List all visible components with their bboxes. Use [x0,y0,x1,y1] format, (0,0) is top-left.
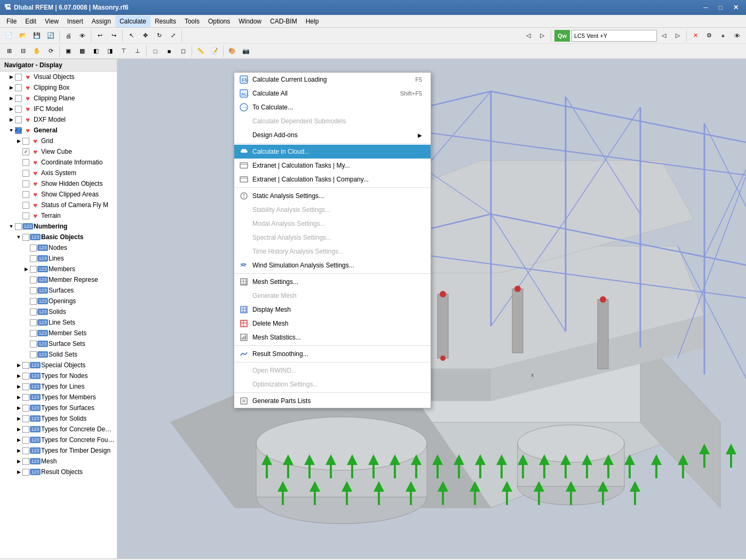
nav-check-members[interactable] [30,266,37,273]
dd-design-addons[interactable]: Design Add-ons ▶ [234,128,431,142]
nav-item-visual-objects[interactable]: ▶ ♥ Visual Objects [0,72,117,82]
nav-check-special-objects[interactable] [22,362,29,369]
tb-orbit[interactable]: ⟳ [44,45,57,58]
nav-item-mesh[interactable]: ▶ 123 Mesh [0,456,117,467]
menu-window[interactable]: Window [234,15,266,27]
nav-check-visual-objects[interactable] [15,74,22,81]
nav-expand-axis-system[interactable] [15,169,22,177]
nav-expand-view-cube[interactable] [15,148,22,155]
lc-value-dropdown[interactable]: LC5 Vent +Y [572,30,657,42]
nav-expand-dxf-model[interactable]: ▶ [7,116,15,123]
nav-item-ifc-model[interactable]: ▶ ♥ IFC Model [0,104,117,114]
menu-file[interactable]: File [2,15,21,27]
nav-item-general[interactable]: ▼ ✓ ♥ General [0,125,117,136]
nav-expand-surfaces[interactable] [22,287,30,294]
nav-check-ifc-model[interactable] [15,106,22,113]
nav-expand-show-hidden[interactable] [15,180,22,187]
tb-open[interactable]: 📂 [17,29,29,42]
nav-expand-terrain[interactable] [15,212,22,219]
nav-item-terrain[interactable]: ♥ Terrain [0,210,117,221]
menu-insert[interactable]: Insert [63,15,88,27]
nav-expand-solids[interactable] [22,308,30,316]
menu-cadbim[interactable]: CAD-BIM [266,15,301,27]
tb-eye2[interactable]: 👁 [731,29,743,42]
nav-expand-nodes[interactable] [22,244,30,251]
dd-calc-cloud[interactable]: Calculate in Cloud... [234,145,431,159]
dd-result-smoothing[interactable]: Result Smoothing... [234,347,431,361]
nav-expand-result-objects[interactable]: ▶ [15,468,22,476]
nav-expand-member-sets[interactable] [22,329,30,337]
nav-item-types-solids[interactable]: ▶ 123 Types for Solids [0,413,117,424]
close-button[interactable]: ✕ [730,4,742,11]
tb-solid[interactable]: ■ [163,45,176,58]
nav-item-dxf-model[interactable]: ▶ ♥ DXF Model [0,114,117,125]
nav-check-show-hidden[interactable] [22,180,29,187]
nav-check-dxf-model[interactable] [15,116,22,123]
menu-options[interactable]: Options [204,15,234,27]
minimize-button[interactable]: ─ [700,4,711,11]
nav-check-clipping-plane[interactable] [15,95,22,102]
nav-check-openings[interactable] [30,298,37,305]
tb-settings2[interactable]: ⚙ [703,29,716,42]
tb-measure[interactable]: 📏 [194,45,207,58]
dd-extranet-my[interactable]: Extranet | Calculation Tasks | My... [234,159,431,172]
tb-lc-next[interactable]: ▷ [671,29,684,42]
nav-item-line-sets[interactable]: 123 Line Sets [0,317,117,328]
nav-check-types-members[interactable] [22,394,29,401]
nav-check-view-cube[interactable]: ✓ [22,148,29,155]
nav-check-grid[interactable] [22,138,29,145]
tb-render[interactable]: 🎨 [226,45,239,58]
nav-check-mesh[interactable] [22,458,29,465]
nav-item-types-members[interactable]: ▶ 123 Types for Members [0,392,117,403]
nav-item-types-nodes[interactable]: ▶ 123 Types for Nodes [0,370,117,381]
nav-check-surfaces[interactable] [30,287,37,294]
tb-zoom-in[interactable]: + [717,29,729,42]
nav-check-show-clipped[interactable] [22,191,29,198]
nav-item-camera-status[interactable]: ♥ Status of Camera Fly M [0,200,117,210]
dd-static-analysis[interactable]: Static Analysis Settings... [234,189,431,203]
tb-wireframe[interactable]: □ [149,45,162,58]
tb-right[interactable]: ◨ [104,45,116,58]
nav-item-types-foundation[interactable]: ▶ 123 Types for Concrete Foundation Desi… [0,435,117,445]
lc-type-selector[interactable]: Qw [554,30,570,42]
nav-item-types-surfaces[interactable]: ▶ 123 Types for Surfaces [0,403,117,413]
nav-expand-openings[interactable] [22,297,30,305]
nav-check-camera-status[interactable] [22,202,29,209]
nav-item-axis-system[interactable]: ♥ Axis System [0,168,117,178]
nav-check-lines[interactable] [30,255,37,262]
tb-scale[interactable]: ⤢ [166,29,179,42]
nav-expand-solid-sets[interactable] [22,351,30,358]
nav-expand-types-solids[interactable]: ▶ [15,415,22,422]
tb-pan[interactable]: ✋ [30,45,43,58]
nav-item-members[interactable]: ▶ 123 Members [0,264,117,274]
nav-item-member-rep[interactable]: 123 Member Represe [0,274,117,285]
nav-expand-types-lines[interactable]: ▶ [15,383,22,390]
menu-calculate[interactable]: Calculate [115,15,150,27]
nav-item-surfaces[interactable]: 123 Surfaces [0,285,117,296]
maximize-button[interactable]: □ [716,4,726,11]
nav-expand-visual-objects[interactable]: ▶ [7,73,15,81]
tb-zoom-fit[interactable]: ⊞ [3,45,15,58]
nav-item-clipping-box[interactable]: ▶ ♥ Clipping Box [0,82,117,93]
nav-expand-grid[interactable]: ▶ [15,137,22,145]
nav-item-types-concrete[interactable]: ▶ 123 Types for Concrete Design [0,424,117,435]
nav-expand-special-objects[interactable]: ▶ [15,361,22,369]
tb-zoom-window[interactable]: ⊟ [17,45,29,58]
nav-expand-types-foundation[interactable]: ▶ [15,436,22,444]
nav-check-types-surfaces[interactable] [22,405,29,412]
tb-view-next[interactable]: ▷ [536,29,549,42]
dd-display-mesh[interactable]: Display Mesh [234,303,431,317]
tb-new[interactable]: 📄 [3,29,15,42]
nav-check-line-sets[interactable] [30,319,37,326]
nav-expand-types-nodes[interactable]: ▶ [15,372,22,380]
nav-expand-types-concrete[interactable]: ▶ [15,425,22,433]
tb-undo[interactable]: ↩ [93,29,106,42]
dd-generate-parts[interactable]: Generate Parts Lists [234,394,431,408]
menu-view[interactable]: View [41,15,63,27]
nav-expand-surface-sets[interactable] [22,340,30,348]
menu-help[interactable]: Help [301,15,323,27]
tb-move[interactable]: ✥ [139,29,152,42]
nav-check-clipping-box[interactable] [15,84,22,91]
menu-tools[interactable]: Tools [180,15,204,27]
nav-item-solids[interactable]: 123 Solids [0,306,117,317]
